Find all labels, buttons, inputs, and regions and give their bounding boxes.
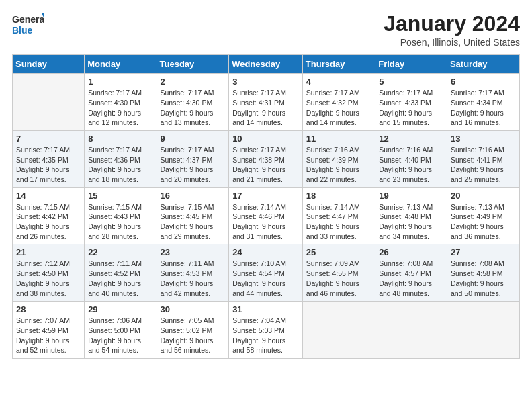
calendar-cell: 1Sunrise: 7:17 AMSunset: 4:30 PMDaylight…	[85, 74, 157, 131]
calendar-cell: 17Sunrise: 7:14 AMSunset: 4:46 PMDayligh…	[229, 187, 303, 244]
logo-svg: General Blue	[12, 12, 44, 38]
cell-day-number: 10	[232, 134, 299, 144]
cell-info: Sunrise: 7:17 AMSunset: 4:38 PMDaylight:…	[232, 145, 299, 185]
calendar-cell: 4Sunrise: 7:17 AMSunset: 4:32 PMDaylight…	[302, 74, 375, 131]
calendar-cell: 13Sunrise: 7:16 AMSunset: 4:41 PMDayligh…	[447, 130, 519, 187]
title-block: January 2024 Posen, Illinois, United Sta…	[384, 12, 520, 48]
calendar-cell: 10Sunrise: 7:17 AMSunset: 4:38 PMDayligh…	[229, 130, 303, 187]
calendar-cell: 19Sunrise: 7:13 AMSunset: 4:48 PMDayligh…	[375, 187, 447, 244]
cell-day-number: 31	[232, 304, 299, 314]
cell-day-number: 11	[306, 134, 371, 144]
calendar-cell: 28Sunrise: 7:07 AMSunset: 4:59 PMDayligh…	[13, 302, 85, 359]
cell-day-number: 27	[451, 247, 516, 257]
cell-info: Sunrise: 7:05 AMSunset: 5:02 PMDaylight:…	[161, 316, 226, 355]
calendar-cell: 9Sunrise: 7:17 AMSunset: 4:37 PMDaylight…	[157, 130, 229, 187]
cell-day-number: 15	[88, 191, 152, 201]
cell-day-number: 13	[451, 134, 516, 144]
calendar-cell: 25Sunrise: 7:09 AMSunset: 4:55 PMDayligh…	[302, 244, 375, 302]
weekday-header-wednesday: Wednesday	[229, 55, 303, 74]
calendar-cell: 2Sunrise: 7:17 AMSunset: 4:30 PMDaylight…	[157, 74, 229, 131]
cell-day-number: 4	[306, 77, 371, 87]
calendar-cell	[375, 302, 447, 359]
cell-info: Sunrise: 7:13 AMSunset: 4:48 PMDaylight:…	[379, 202, 443, 242]
cell-info: Sunrise: 7:16 AMSunset: 4:39 PMDaylight:…	[306, 145, 371, 185]
weekday-header-saturday: Saturday	[447, 55, 519, 74]
calendar-cell	[13, 74, 85, 131]
calendar-cell: 6Sunrise: 7:17 AMSunset: 4:34 PMDaylight…	[447, 74, 519, 131]
weekday-header-row: SundayMondayTuesdayWednesdayThursdayFrid…	[13, 55, 520, 74]
cell-day-number: 9	[161, 134, 226, 144]
header: General Blue January 2024 Posen, Illinoi…	[12, 12, 520, 48]
calendar-cell: 31Sunrise: 7:04 AMSunset: 5:03 PMDayligh…	[229, 302, 303, 359]
logo-blue: Blue	[12, 25, 33, 36]
cell-day-number: 30	[161, 304, 226, 314]
cell-info: Sunrise: 7:17 AMSunset: 4:36 PMDaylight:…	[88, 145, 152, 185]
cell-info: Sunrise: 7:17 AMSunset: 4:37 PMDaylight:…	[161, 145, 226, 185]
calendar-cell: 12Sunrise: 7:16 AMSunset: 4:40 PMDayligh…	[375, 130, 447, 187]
cell-info: Sunrise: 7:07 AMSunset: 4:59 PMDaylight:…	[16, 316, 81, 355]
cell-info: Sunrise: 7:14 AMSunset: 4:46 PMDaylight:…	[232, 202, 299, 242]
week-row-5: 28Sunrise: 7:07 AMSunset: 4:59 PMDayligh…	[13, 302, 520, 359]
cell-info: Sunrise: 7:17 AMSunset: 4:32 PMDaylight:…	[306, 88, 371, 128]
cell-info: Sunrise: 7:11 AMSunset: 4:52 PMDaylight:…	[88, 259, 152, 298]
cell-info: Sunrise: 7:16 AMSunset: 4:41 PMDaylight:…	[451, 145, 516, 185]
cell-day-number: 14	[16, 191, 81, 201]
week-row-4: 21Sunrise: 7:12 AMSunset: 4:50 PMDayligh…	[13, 244, 520, 302]
cell-day-number: 12	[379, 134, 443, 144]
cell-day-number: 25	[306, 247, 371, 257]
calendar-cell: 11Sunrise: 7:16 AMSunset: 4:39 PMDayligh…	[302, 130, 375, 187]
calendar-cell: 14Sunrise: 7:15 AMSunset: 4:42 PMDayligh…	[13, 187, 85, 244]
calendar-cell: 21Sunrise: 7:12 AMSunset: 4:50 PMDayligh…	[13, 244, 85, 302]
logo-general: General	[12, 14, 44, 25]
calendar-cell	[302, 302, 375, 359]
cell-info: Sunrise: 7:13 AMSunset: 4:49 PMDaylight:…	[451, 202, 516, 242]
cell-info: Sunrise: 7:15 AMSunset: 4:45 PMDaylight:…	[161, 202, 226, 242]
weekday-header-tuesday: Tuesday	[157, 55, 229, 74]
cell-day-number: 21	[16, 247, 81, 257]
cell-info: Sunrise: 7:09 AMSunset: 4:55 PMDaylight:…	[306, 259, 371, 298]
cell-day-number: 3	[232, 77, 299, 87]
cell-day-number: 6	[451, 77, 516, 87]
cell-info: Sunrise: 7:15 AMSunset: 4:42 PMDaylight:…	[16, 202, 81, 242]
cell-day-number: 16	[161, 191, 226, 201]
weekday-header-thursday: Thursday	[302, 55, 375, 74]
cell-day-number: 23	[161, 247, 226, 257]
cell-day-number: 18	[306, 191, 371, 201]
cell-info: Sunrise: 7:17 AMSunset: 4:30 PMDaylight:…	[161, 88, 226, 128]
week-row-2: 7Sunrise: 7:17 AMSunset: 4:35 PMDaylight…	[13, 130, 520, 187]
location: Posen, Illinois, United States	[384, 37, 520, 48]
calendar-cell: 29Sunrise: 7:06 AMSunset: 5:00 PMDayligh…	[85, 302, 157, 359]
cell-info: Sunrise: 7:16 AMSunset: 4:40 PMDaylight:…	[379, 145, 443, 185]
logo: General Blue	[12, 12, 44, 38]
cell-info: Sunrise: 7:17 AMSunset: 4:34 PMDaylight:…	[451, 88, 516, 128]
cell-info: Sunrise: 7:10 AMSunset: 4:54 PMDaylight:…	[232, 259, 299, 298]
cell-day-number: 26	[379, 247, 443, 257]
cell-info: Sunrise: 7:04 AMSunset: 5:03 PMDaylight:…	[232, 316, 299, 355]
calendar-cell: 23Sunrise: 7:11 AMSunset: 4:53 PMDayligh…	[157, 244, 229, 302]
cell-day-number: 17	[232, 191, 299, 201]
calendar-cell	[447, 302, 519, 359]
cell-day-number: 19	[379, 191, 443, 201]
calendar-cell: 15Sunrise: 7:15 AMSunset: 4:43 PMDayligh…	[85, 187, 157, 244]
calendar-cell: 27Sunrise: 7:08 AMSunset: 4:58 PMDayligh…	[447, 244, 519, 302]
weekday-header-sunday: Sunday	[13, 55, 85, 74]
calendar-cell: 16Sunrise: 7:15 AMSunset: 4:45 PMDayligh…	[157, 187, 229, 244]
cell-info: Sunrise: 7:14 AMSunset: 4:47 PMDaylight:…	[306, 202, 371, 242]
calendar-cell: 30Sunrise: 7:05 AMSunset: 5:02 PMDayligh…	[157, 302, 229, 359]
cell-day-number: 2	[161, 77, 226, 87]
cell-info: Sunrise: 7:17 AMSunset: 4:33 PMDaylight:…	[379, 88, 443, 128]
cell-info: Sunrise: 7:17 AMSunset: 4:35 PMDaylight:…	[16, 145, 81, 185]
calendar-body: 1Sunrise: 7:17 AMSunset: 4:30 PMDaylight…	[13, 74, 520, 359]
cell-info: Sunrise: 7:17 AMSunset: 4:31 PMDaylight:…	[232, 88, 299, 128]
cell-day-number: 8	[88, 134, 152, 144]
calendar-table: SundayMondayTuesdayWednesdayThursdayFrid…	[12, 54, 520, 359]
calendar-cell: 3Sunrise: 7:17 AMSunset: 4:31 PMDaylight…	[229, 74, 303, 131]
calendar-cell: 20Sunrise: 7:13 AMSunset: 4:49 PMDayligh…	[447, 187, 519, 244]
weekday-header-monday: Monday	[85, 55, 157, 74]
cell-day-number: 24	[232, 247, 299, 257]
cell-day-number: 1	[88, 77, 152, 87]
cell-info: Sunrise: 7:08 AMSunset: 4:58 PMDaylight:…	[451, 259, 516, 298]
month-title: January 2024	[384, 12, 520, 36]
calendar-cell: 22Sunrise: 7:11 AMSunset: 4:52 PMDayligh…	[85, 244, 157, 302]
cell-info: Sunrise: 7:12 AMSunset: 4:50 PMDaylight:…	[16, 259, 81, 298]
